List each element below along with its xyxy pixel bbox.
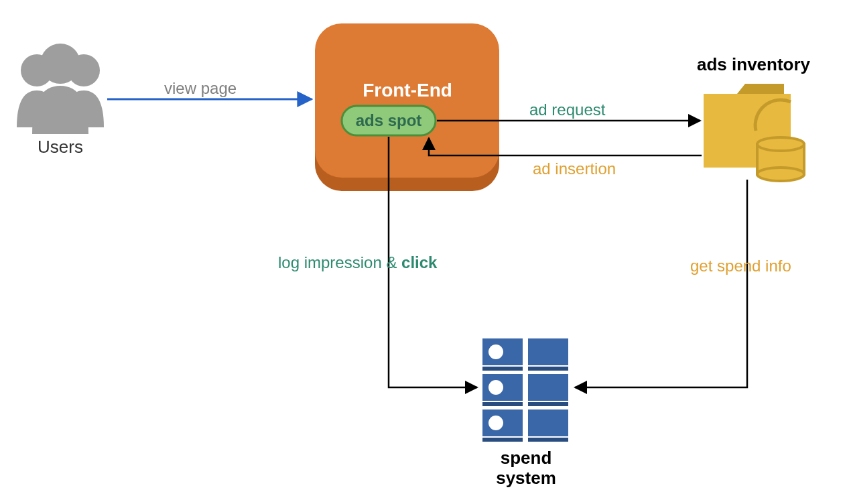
edge-ad-insertion-label: ad insertion bbox=[533, 160, 616, 178]
users-icon bbox=[17, 44, 104, 134]
edge-get-spend-info bbox=[575, 180, 747, 387]
svg-point-2 bbox=[40, 44, 80, 84]
ads-inventory-icon bbox=[704, 84, 804, 181]
svg-rect-22 bbox=[528, 410, 568, 436]
ads-inventory-node: ads inventory bbox=[697, 54, 811, 181]
svg-rect-18 bbox=[528, 402, 568, 406]
frontend-node: Front-End ads spot bbox=[315, 23, 499, 191]
svg-point-7 bbox=[757, 168, 804, 181]
ads-spot-label: ads spot bbox=[356, 111, 422, 129]
svg-rect-17 bbox=[528, 374, 568, 401]
svg-point-8 bbox=[757, 137, 804, 151]
ads-inventory-label: ads inventory bbox=[697, 54, 811, 74]
architecture-diagram: Users Front-End ads spot ads inventory bbox=[0, 0, 847, 504]
edge-get-spend-info-label: get spend info bbox=[690, 257, 791, 275]
svg-rect-20 bbox=[482, 438, 523, 442]
svg-point-11 bbox=[488, 344, 503, 359]
svg-rect-13 bbox=[528, 367, 568, 371]
spend-system-node: spend system bbox=[482, 338, 568, 488]
server-rack-icon bbox=[482, 338, 568, 442]
svg-point-21 bbox=[488, 416, 503, 430]
svg-point-16 bbox=[488, 380, 503, 395]
edge-view-page-label: view page bbox=[164, 79, 237, 97]
edge-ad-request-label: ad request bbox=[529, 101, 606, 119]
svg-rect-23 bbox=[528, 438, 568, 442]
users-label: Users bbox=[38, 137, 83, 157]
spend-system-label-1: spend bbox=[501, 448, 552, 468]
users-node: Users bbox=[17, 44, 104, 157]
spend-system-label-2: system bbox=[496, 468, 556, 488]
frontend-title: Front-End bbox=[363, 80, 452, 101]
edge-log-impression-label: log impression & click bbox=[278, 253, 438, 271]
svg-rect-4 bbox=[315, 23, 499, 178]
svg-rect-10 bbox=[482, 367, 523, 371]
svg-rect-15 bbox=[482, 402, 523, 406]
svg-rect-12 bbox=[528, 338, 568, 365]
